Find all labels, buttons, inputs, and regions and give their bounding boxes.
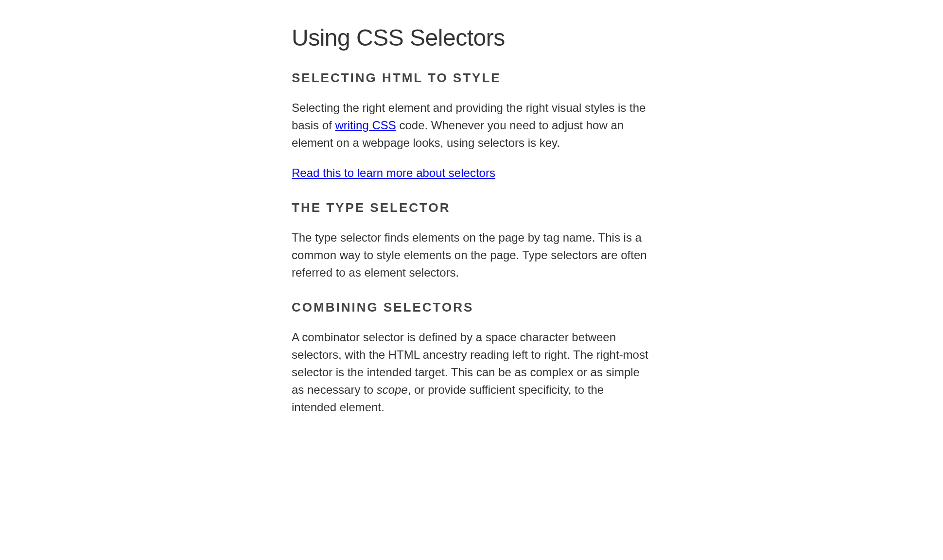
section-heading-combining: COMBINING SELECTORS <box>292 300 651 315</box>
page-title: Using CSS Selectors <box>292 24 651 51</box>
section-paragraph-combining: A combinator selector is defined by a sp… <box>292 329 651 416</box>
learn-more-selectors-link[interactable]: Read this to learn more about selectors <box>292 166 495 179</box>
document-container: Using CSS Selectors SELECTING HTML TO ST… <box>282 24 661 416</box>
section-heading-type-selector: THE TYPE SELECTOR <box>292 200 651 215</box>
standalone-link-paragraph: Read this to learn more about selectors <box>292 164 651 182</box>
scope-emphasis: scope <box>377 383 408 396</box>
section-paragraph-type-selector: The type selector finds elements on the … <box>292 229 651 281</box>
writing-css-link[interactable]: writing CSS <box>335 119 396 132</box>
section-heading-selecting: SELECTING HTML TO STYLE <box>292 70 651 86</box>
section-paragraph-selecting: Selecting the right element and providin… <box>292 99 651 152</box>
